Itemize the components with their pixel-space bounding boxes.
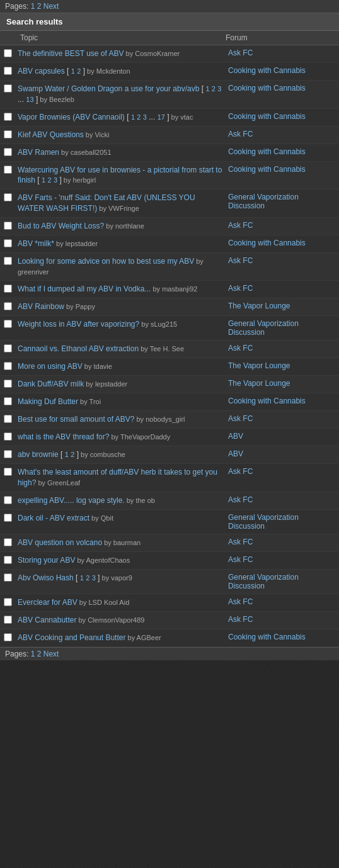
topic-link[interactable]: The definitive BEST use of ABV xyxy=(18,49,124,58)
topic-link[interactable]: Abv Owiso Hash xyxy=(18,573,74,582)
row-checkbox[interactable] xyxy=(4,222,12,230)
page-link[interactable]: 17 xyxy=(158,113,165,121)
row-checkbox[interactable] xyxy=(4,130,12,138)
row-checkbox[interactable] xyxy=(4,432,12,441)
topic-link[interactable]: Weight loss in ABV after vaporizing? xyxy=(18,320,139,329)
row-checkbox[interactable] xyxy=(4,538,12,546)
row-checkbox[interactable] xyxy=(4,397,12,405)
row-checkbox[interactable] xyxy=(4,633,12,641)
topic-link[interactable]: Cannaoil vs. Ethanol ABV extraction xyxy=(18,344,139,353)
forum-link[interactable]: Cooking with Cannabis xyxy=(228,165,306,174)
page-link[interactable]: 13 xyxy=(26,96,33,103)
forum-link[interactable]: The Vapor Lounge xyxy=(228,302,290,310)
forum-link[interactable]: Ask FC xyxy=(228,555,253,564)
forum-link[interactable]: General Vaporization Discussion xyxy=(228,319,299,337)
forum-link[interactable]: Ask FC xyxy=(228,48,253,57)
topic-link[interactable]: Making Duf Butter xyxy=(18,397,78,406)
forum-link[interactable]: Ask FC xyxy=(228,130,253,138)
row-checkbox[interactable] xyxy=(4,193,12,201)
forum-link[interactable]: General Vaporization Discussion xyxy=(228,193,299,210)
forum-link[interactable]: Ask FC xyxy=(228,495,253,504)
topic-link[interactable]: Bud to ABV Weight Loss? xyxy=(18,222,104,230)
topic-link[interactable]: Dank Duff/ABV milk xyxy=(18,380,84,388)
topic-link[interactable]: Vapor Brownies (ABV Cannaoil) xyxy=(18,113,125,121)
topic-link[interactable]: abv brownie xyxy=(18,450,59,459)
forum-link[interactable]: Cooking with Cannabis xyxy=(228,66,306,75)
forum-link[interactable]: Cooking with Cannabis xyxy=(228,397,306,405)
row-checkbox[interactable] xyxy=(4,239,12,247)
topic-link[interactable]: Looking for some advice on how to best u… xyxy=(18,257,194,266)
row-checkbox[interactable] xyxy=(4,573,12,582)
forum-link[interactable]: Cooking with Cannabis xyxy=(228,239,306,247)
page-link[interactable]: 3 xyxy=(54,176,57,184)
topic-link[interactable]: ABV Cooking and Peanut Butter xyxy=(18,633,125,642)
topic-link[interactable]: What if I dumped all my ABV in Vodka... xyxy=(18,285,151,293)
forum-link[interactable]: Cooking with Cannabis xyxy=(228,147,306,156)
forum-link[interactable]: ABV xyxy=(228,432,243,441)
page2-link-bottom[interactable]: 2 xyxy=(37,650,42,658)
forum-link[interactable]: Ask FC xyxy=(228,538,253,546)
row-checkbox[interactable] xyxy=(4,67,12,75)
row-checkbox[interactable] xyxy=(4,302,12,310)
forum-link[interactable]: General Vaporization Discussion xyxy=(228,573,299,590)
row-checkbox[interactable] xyxy=(4,49,12,57)
forum-link[interactable]: Ask FC xyxy=(228,284,253,293)
row-checkbox[interactable] xyxy=(4,514,12,522)
forum-link[interactable]: Cooking with Cannabis xyxy=(228,112,306,121)
page-link[interactable]: 3 xyxy=(217,85,221,93)
topic-link[interactable]: ABV question on volcano xyxy=(18,538,102,547)
row-checkbox[interactable] xyxy=(4,556,12,564)
topic-link[interactable]: what is the ABV thread for? xyxy=(18,432,109,441)
topic-link[interactable]: expelling ABV..... log vape style. xyxy=(18,496,125,505)
row-checkbox[interactable] xyxy=(4,166,12,174)
topic-link[interactable]: More on using ABV xyxy=(18,362,83,371)
forum-link[interactable]: Ask FC xyxy=(228,256,253,265)
row-checkbox[interactable] xyxy=(4,415,12,423)
row-checkbox[interactable] xyxy=(4,148,12,156)
row-checkbox[interactable] xyxy=(4,113,12,121)
forum-link[interactable]: Ask FC xyxy=(228,615,253,624)
row-checkbox[interactable] xyxy=(4,616,12,624)
forum-link[interactable]: Cooking with Cannabis xyxy=(228,633,306,641)
forum-link[interactable]: Ask FC xyxy=(228,221,253,230)
row-checkbox[interactable] xyxy=(4,468,12,476)
topic-link[interactable]: Storing your ABV xyxy=(18,556,75,565)
page-link[interactable]: 2 xyxy=(77,67,81,75)
page-link[interactable]: 1 xyxy=(80,574,84,582)
page1-link-bottom[interactable]: 1 xyxy=(31,650,35,658)
row-checkbox[interactable] xyxy=(4,285,12,293)
page-link[interactable]: 1 xyxy=(71,67,75,75)
forum-link[interactable]: ABV xyxy=(228,449,243,458)
page-link[interactable]: 1 xyxy=(65,451,69,458)
next-link-top[interactable]: Next xyxy=(43,2,59,11)
topic-link[interactable]: Kief ABV Questions xyxy=(18,130,84,139)
topic-link[interactable]: ABV Cannabutter xyxy=(18,616,76,624)
page-link[interactable]: 1 xyxy=(205,85,209,93)
page2-link-top[interactable]: 2 xyxy=(37,2,42,11)
forum-link[interactable]: Ask FC xyxy=(228,414,253,423)
topic-link[interactable]: ABV Ramen xyxy=(18,148,59,157)
topic-link[interactable]: ABV *milk* xyxy=(18,239,54,248)
topic-link[interactable]: ABV Rainbow xyxy=(18,302,64,311)
row-checkbox[interactable] xyxy=(4,320,12,328)
next-link-bottom[interactable]: Next xyxy=(43,650,59,658)
page-link[interactable]: 2 xyxy=(48,176,52,184)
page-link[interactable]: 2 xyxy=(71,451,74,458)
forum-link[interactable]: The Vapor Lounge xyxy=(228,379,290,388)
page1-link-top[interactable]: 1 xyxy=(31,2,35,11)
row-checkbox[interactable] xyxy=(4,344,12,352)
topic-link[interactable]: ABV capsules xyxy=(18,67,65,76)
forum-link[interactable]: Ask FC xyxy=(228,344,253,352)
row-checkbox[interactable] xyxy=(4,496,12,504)
topic-link[interactable]: Everclear for ABV xyxy=(18,598,78,607)
forum-link[interactable]: The Vapor Lounge xyxy=(228,361,290,370)
forum-link[interactable]: Ask FC xyxy=(228,597,253,606)
topic-link[interactable]: Best use for small amount of ABV? xyxy=(18,415,134,424)
forum-link[interactable]: Ask FC xyxy=(228,467,253,476)
row-checkbox[interactable] xyxy=(4,362,12,370)
row-checkbox[interactable] xyxy=(4,84,12,93)
forum-link[interactable]: Cooking with Cannabis xyxy=(228,84,306,93)
row-checkbox[interactable] xyxy=(4,257,12,265)
row-checkbox[interactable] xyxy=(4,450,12,458)
topic-link[interactable]: Dark oil - ABV extract xyxy=(18,514,89,522)
